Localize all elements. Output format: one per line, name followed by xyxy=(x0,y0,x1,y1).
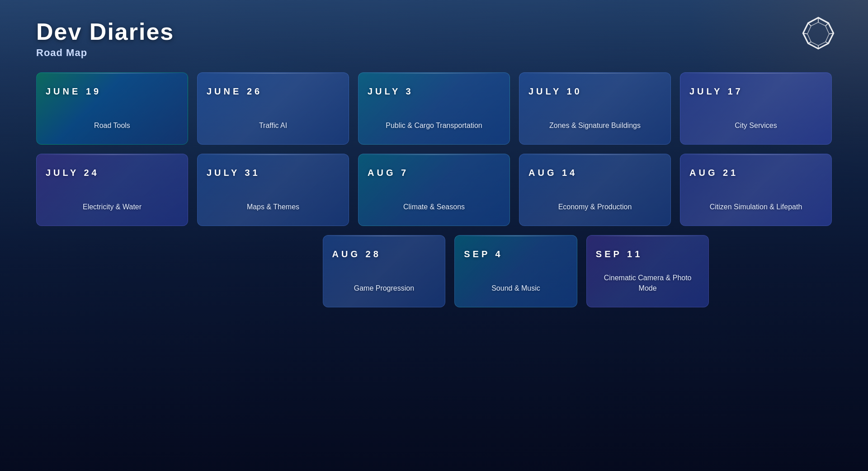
svg-line-3 xyxy=(826,23,828,26)
card-aug-7[interactable]: AUG 7 Climate & Seasons xyxy=(358,154,510,226)
card-date-aug-28: AUG 28 xyxy=(332,249,436,259)
card-date-july-17: JULY 17 xyxy=(689,86,822,97)
card-july-3[interactable]: JULY 3 Public & Cargo Transportation xyxy=(358,72,510,145)
card-aug-14[interactable]: AUG 14 Economy & Production xyxy=(519,154,671,226)
card-july-10[interactable]: JULY 10 Zones & Signature Buildings xyxy=(519,72,671,145)
card-sep-4[interactable]: SEP 4 Sound & Music xyxy=(454,235,577,307)
card-title-aug-7: Climate & Seasons xyxy=(368,193,500,212)
card-july-24[interactable]: JULY 24 Electricity & Water xyxy=(36,154,188,226)
card-title-june-26: Traffic AI xyxy=(207,112,340,131)
header: Dev Diaries Road Map xyxy=(36,18,832,59)
company-logo xyxy=(800,16,836,54)
card-date-june-26: JUNE 26 xyxy=(207,86,340,97)
card-date-july-10: JULY 10 xyxy=(528,86,661,97)
card-july-17[interactable]: JULY 17 City Services xyxy=(680,72,832,145)
card-date-sep-4: SEP 4 xyxy=(464,249,568,259)
card-june-26[interactable]: JUNE 26 Traffic AI xyxy=(197,72,349,145)
card-july-31[interactable]: JULY 31 Maps & Themes xyxy=(197,154,349,226)
card-title-july-3: Public & Cargo Transportation xyxy=(368,112,500,131)
card-title-july-17: City Services xyxy=(689,112,822,131)
card-grid-row1: JUNE 19 Road Tools JUNE 26 Traffic AI JU… xyxy=(36,72,832,226)
card-date-june-19: JUNE 19 xyxy=(46,86,179,97)
card-date-aug-14: AUG 14 xyxy=(528,168,661,178)
svg-line-9 xyxy=(808,23,811,26)
main-content: Dev Diaries Road Map JUNE 19 Road Tools … xyxy=(0,0,868,325)
card-title-aug-21: Citizen Simulation & Lifepath xyxy=(689,193,822,212)
card-date-sep-11: SEP 11 xyxy=(596,249,700,259)
card-date-aug-7: AUG 7 xyxy=(368,168,500,178)
logo-icon xyxy=(800,16,836,52)
card-title-july-31: Maps & Themes xyxy=(207,193,340,212)
card-title-july-10: Zones & Signature Buildings xyxy=(528,112,661,131)
card-date-july-31: JULY 31 xyxy=(207,168,340,178)
card-title-sep-11: Cinematic Camera & Photo Mode xyxy=(596,264,700,293)
card-title-june-19: Road Tools xyxy=(46,112,179,131)
page-subtitle: Road Map xyxy=(36,47,832,59)
card-title-july-24: Electricity & Water xyxy=(46,193,179,212)
card-title-aug-14: Economy & Production xyxy=(528,193,661,212)
card-aug-21[interactable]: AUG 21 Citizen Simulation & Lifepath xyxy=(680,154,832,226)
card-sep-11[interactable]: SEP 11 Cinematic Camera & Photo Mode xyxy=(586,235,709,307)
card-title-sep-4: Sound & Music xyxy=(464,274,568,293)
card-date-aug-21: AUG 21 xyxy=(689,168,822,178)
card-aug-28[interactable]: AUG 28 Game Progression xyxy=(323,235,446,307)
card-date-july-24: JULY 24 xyxy=(46,168,179,178)
card-june-19[interactable]: JUNE 19 Road Tools xyxy=(36,72,188,145)
card-date-july-3: JULY 3 xyxy=(368,86,500,97)
card-title-aug-28: Game Progression xyxy=(332,274,436,293)
page-title: Dev Diaries xyxy=(36,18,832,45)
card-grid-row3: AUG 28 Game Progression SEP 4 Sound & Mu… xyxy=(36,235,832,307)
